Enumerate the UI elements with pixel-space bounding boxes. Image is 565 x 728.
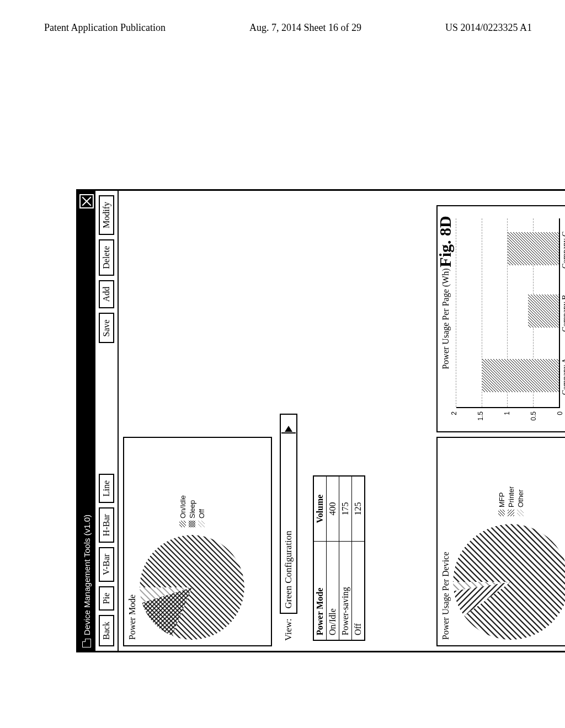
window-title: Device Management Tools (v1.0) [82, 208, 92, 635]
legend-item: On/Idle [179, 495, 187, 518]
power-per-page-panel: Power Usage Per Page (Wh) 2 1.5 1 0.5 0 [436, 205, 565, 432]
power-mode-pie [140, 535, 244, 640]
back-button[interactable]: Back [99, 615, 114, 646]
legend-item: Printer [507, 486, 515, 507]
table-header: Power Mode [313, 541, 327, 640]
power-mode-table: Power ModeVolume On/Idle400 Power-saving… [313, 475, 365, 641]
x-tick: Company C [561, 232, 565, 269]
bar [529, 295, 559, 328]
legend-item: Off [198, 509, 206, 518]
pie-button[interactable]: Pie [99, 586, 114, 611]
view-dropdown-value: Green Configuration [281, 433, 296, 613]
table-cell: 125 [352, 476, 365, 541]
hbar-button[interactable]: H-Bar [99, 507, 114, 543]
x-tick: Company A [561, 358, 565, 395]
save-button[interactable]: Save [99, 313, 114, 343]
legend-item: MFP [498, 493, 506, 507]
view-dropdown[interactable]: Green Configuration [280, 414, 297, 614]
power-mode-panel: Power Mode On/Idle Sleep Off [123, 437, 272, 646]
device-usage-pie [453, 524, 565, 640]
svg-rect-4 [179, 521, 186, 527]
line-button[interactable]: Line [99, 474, 114, 503]
table-cell: Power-saving [339, 541, 352, 640]
svg-rect-12 [508, 233, 559, 266]
power-mode-legend: On/Idle Sleep Off [178, 495, 207, 527]
table-header: Volume [313, 476, 327, 541]
svg-rect-5 [189, 521, 195, 527]
close-icon[interactable] [79, 194, 94, 208]
device-usage-panel: Power Usage Per Device MFP Printer Other [436, 437, 565, 646]
svg-rect-9 [517, 510, 524, 516]
legend-item: Sleep [188, 500, 196, 518]
y-tick: 1.5 [477, 411, 484, 421]
table-cell: Off [352, 541, 365, 640]
svg-rect-7 [498, 510, 505, 516]
svg-rect-8 [508, 510, 514, 516]
view-config-panel: View: Green Configuration Power ModeVolu… [276, 408, 432, 646]
header-left: Patent Application Publication [44, 22, 166, 34]
header-right: US 2014/0223325 A1 [445, 22, 532, 34]
chevron-down-icon [281, 415, 296, 433]
legend-item: Other [516, 489, 525, 507]
figure-label: Fig. 8D [436, 216, 455, 267]
table-cell: 175 [339, 476, 352, 541]
bar [482, 359, 559, 392]
add-button[interactable]: Add [99, 280, 114, 309]
svg-rect-6 [198, 521, 205, 527]
vbar-button[interactable]: V-Bar [99, 547, 114, 582]
y-tick: 0 [556, 411, 564, 415]
svg-rect-10 [482, 359, 559, 392]
toolbar: Back Pie V-Bar H-Bar Line Save Add Delet… [95, 191, 119, 651]
table-cell: 400 [327, 476, 339, 541]
svg-rect-11 [529, 295, 559, 328]
device-usage-legend: MFP Printer Other [497, 486, 526, 516]
delete-button[interactable]: Delete [99, 239, 114, 276]
bar [508, 233, 559, 266]
header-mid: Aug. 7, 2014 Sheet 16 of 29 [249, 22, 361, 34]
app-icon [82, 639, 91, 647]
title-bar: Device Management Tools (v1.0) [78, 191, 95, 651]
device-usage-title: Power Usage Per Device [441, 443, 451, 640]
y-tick: 0.5 [530, 411, 537, 421]
app-window: Device Management Tools (v1.0) Back Pie … [76, 189, 565, 652]
table-cell: On/Idle [327, 541, 339, 640]
view-label: View: [283, 618, 294, 641]
x-tick: Company B [561, 295, 565, 331]
y-tick: 2 [450, 411, 458, 415]
modify-button[interactable]: Modify [99, 195, 114, 235]
y-tick: 1 [503, 411, 511, 415]
power-mode-title: Power Mode [127, 443, 137, 640]
power-per-page-chart: 2 1.5 1 0.5 0 [454, 216, 565, 426]
